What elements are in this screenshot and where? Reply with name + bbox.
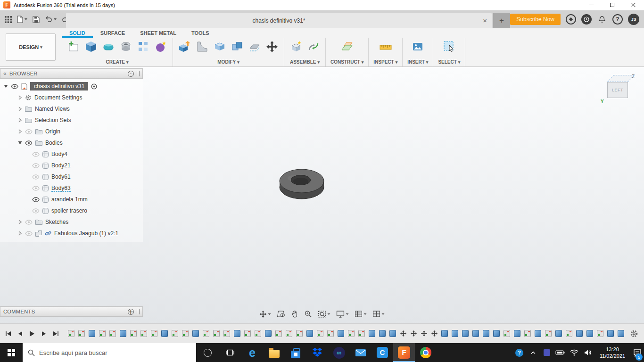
visibility-eye-icon[interactable]: [25, 220, 33, 225]
timeline-feature-extrude[interactable]: [306, 330, 313, 337]
select-tool[interactable]: [442, 40, 456, 54]
play-button[interactable]: [28, 329, 36, 338]
timeline-feature-sketch[interactable]: [99, 330, 106, 337]
taskbar-app-chrome-icon[interactable]: [415, 343, 437, 362]
taskbar-app-fusion-360-icon[interactable]: [393, 343, 415, 362]
timeline-feature-sketch[interactable]: [203, 330, 209, 337]
browser-item-label[interactable]: Body4: [51, 151, 67, 157]
timeline-feature-sketch[interactable]: [130, 330, 137, 337]
browser-item-label[interactable]: Bodies: [45, 140, 63, 146]
collapse-all-icon[interactable]: [128, 71, 134, 77]
create-sketch-tool[interactable]: [66, 40, 81, 54]
browser-row-spoiler-trasero[interactable]: spoiler trasero: [0, 205, 143, 216]
new-tab-button[interactable]: [493, 13, 510, 28]
browser-item-label[interactable]: Body61: [51, 173, 71, 180]
step-back-button[interactable]: [16, 329, 25, 338]
browser-item-label[interactable]: Origin: [45, 128, 60, 135]
browser-row-body21[interactable]: Body21: [0, 160, 143, 171]
task-view-button[interactable]: [219, 343, 241, 362]
timeline-feature-sketch[interactable]: [151, 330, 157, 337]
new-component-tool[interactable]: [289, 40, 303, 54]
go-to-end-button[interactable]: [51, 329, 60, 338]
viewports-button[interactable]: [371, 308, 387, 320]
browser-item-label[interactable]: Sketches: [45, 219, 68, 225]
tray-chevron-up-icon[interactable]: [526, 343, 540, 362]
timeline-feature-sketch[interactable]: [286, 330, 292, 337]
taskbar-app-app-c-icon[interactable]: [372, 343, 393, 362]
tab-surface[interactable]: SURFACE: [93, 28, 133, 38]
revolve-tool[interactable]: [101, 40, 116, 54]
notifications-bell-icon[interactable]: [597, 14, 607, 25]
visibility-eye-icon[interactable]: [11, 84, 18, 89]
press-pull-tool[interactable]: [178, 40, 192, 54]
browser-item-label[interactable]: spoiler trasero: [51, 207, 87, 214]
taskbar-app-mail-icon[interactable]: [350, 343, 372, 362]
go-to-start-button[interactable]: [4, 329, 13, 338]
browser-row-origin[interactable]: Origin: [0, 126, 143, 137]
timeline-feature-sketch[interactable]: [545, 330, 552, 337]
collapse-arrow-icon[interactable]: [18, 141, 22, 145]
view-cube-top-face[interactable]: [607, 75, 635, 82]
taskbar-app-loop-icon[interactable]: [328, 343, 350, 362]
timeline-feature-extrude[interactable]: [555, 330, 562, 337]
panel-grip-icon[interactable]: [137, 309, 140, 314]
tray-help-icon[interactable]: [512, 343, 526, 362]
form-tool[interactable]: [154, 40, 168, 54]
expand-arrow-icon[interactable]: [18, 95, 22, 100]
browser-row-fabulous-jaagub-1-v2-1[interactable]: Fabulous Jaagub (1) v2:1: [0, 228, 143, 239]
wifi-icon[interactable]: [567, 343, 581, 362]
move-tool[interactable]: [265, 40, 279, 54]
visibility-eye-icon[interactable]: [32, 186, 40, 191]
timeline-feature-sketch[interactable]: [327, 330, 334, 337]
viewport-canvas[interactable]: BROWSER chasis definitivo v31Document Se…: [0, 67, 644, 323]
document-tab-close-icon[interactable]: [483, 17, 487, 25]
taskbar-app-dropbox-icon[interactable]: [306, 343, 328, 362]
zoom-button[interactable]: [302, 308, 314, 320]
timeline-feature-sketch[interactable]: [566, 330, 572, 337]
help-icon[interactable]: [612, 14, 623, 25]
timeline-feature-sketch[interactable]: [275, 330, 282, 337]
browser-item-label[interactable]: Selection Sets: [35, 117, 71, 123]
taskbar-app-store-icon[interactable]: [285, 343, 306, 362]
timeline-feature-extrude[interactable]: [192, 330, 199, 337]
pan-orbit-button[interactable]: [257, 308, 273, 320]
pan-button[interactable]: [289, 308, 301, 320]
grid-settings-button[interactable]: [353, 308, 369, 320]
visibility-eye-icon[interactable]: [32, 197, 40, 202]
start-button[interactable]: [0, 343, 23, 362]
timeline-feature-extrude[interactable]: [389, 330, 396, 337]
user-avatar[interactable]: JS: [628, 14, 639, 25]
volume-icon[interactable]: [581, 343, 594, 362]
timeline-feature-sketch[interactable]: [358, 330, 365, 337]
browser-row-named-views[interactable]: Named Views: [0, 103, 143, 115]
timeline-feature-move[interactable]: [410, 330, 417, 337]
taskbar-app-file-explorer-icon[interactable]: [263, 343, 285, 362]
inspect-dropdown[interactable]: INSPECT: [373, 59, 397, 65]
taskbar-app-edge-icon[interactable]: [241, 343, 263, 362]
browser-row-selection-sets[interactable]: Selection Sets: [0, 115, 143, 126]
box-tool[interactable]: [84, 40, 98, 54]
browser-item-label[interactable]: chasis definitivo v31: [30, 82, 88, 90]
joint-tool[interactable]: [306, 40, 321, 54]
browser-item-label[interactable]: Body21: [51, 162, 71, 169]
browser-item-label[interactable]: Fabulous Jaagub (1) v2:1: [54, 230, 118, 237]
browser-row-arandela-1mm[interactable]: arandela 1mm: [0, 194, 143, 205]
visibility-eye-icon[interactable]: [32, 174, 40, 180]
assemble-dropdown[interactable]: ASSEMBLE: [290, 59, 320, 65]
app-grid-button[interactable]: [5, 16, 12, 23]
timeline-settings-gear-icon[interactable]: [630, 329, 638, 338]
view-cube-left-face[interactable]: LEFT: [607, 82, 628, 98]
construct-dropdown[interactable]: CONSTRUCT: [330, 59, 363, 65]
timeline-feature-extrude[interactable]: [493, 330, 500, 337]
shell-tool[interactable]: [213, 40, 227, 54]
timeline-feature-extrude[interactable]: [234, 330, 240, 337]
tray-teams-icon[interactable]: [540, 343, 553, 362]
timeline-feature-sketch[interactable]: [213, 330, 220, 337]
file-menu-button[interactable]: [17, 16, 27, 23]
combine-tool[interactable]: [230, 40, 244, 54]
activate-radio-icon[interactable]: [91, 83, 97, 90]
tab-solid[interactable]: SOLID: [62, 28, 93, 38]
create-dropdown[interactable]: CREATE: [106, 59, 129, 65]
timeline-feature-extrude[interactable]: [483, 330, 489, 337]
browser-row-body61[interactable]: Body61: [0, 171, 143, 182]
